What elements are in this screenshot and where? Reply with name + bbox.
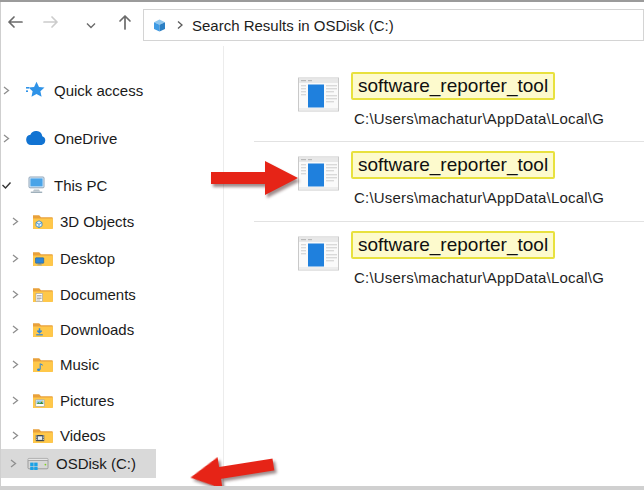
sidebar-item-music[interactable]: Music <box>1 352 223 376</box>
breadcrumb: Search Results in OSDisk (C:) <box>192 17 394 34</box>
application-icon[interactable] <box>297 76 340 113</box>
computer-icon <box>25 176 47 194</box>
sidebar-item-3d-objects[interactable]: 3D Objects <box>1 209 223 233</box>
sidebar-item-label: Quick access <box>54 82 143 99</box>
chevron-right-icon[interactable] <box>1 133 12 144</box>
forward-arrow-icon <box>42 15 60 33</box>
navigation-toolbar: Search Results in OSDisk (C:) <box>1 2 644 46</box>
recent-locations-button[interactable] <box>82 2 100 46</box>
folder-pictures-icon <box>31 391 53 409</box>
search-result[interactable]: software_reporter_toolC:\Users\machatur\… <box>224 72 644 142</box>
chevron-right-icon <box>176 20 184 30</box>
sidebar-item-osdisk-c[interactable]: OSDisk (C:) <box>1 449 156 478</box>
application-icon[interactable] <box>297 155 340 192</box>
forward-button[interactable] <box>37 2 65 46</box>
sidebar-item-label: Downloads <box>60 321 134 338</box>
file-explorer-window: Search Results in OSDisk (C:) Quick acce… <box>0 0 644 490</box>
sidebar-item-label: Documents <box>60 286 136 303</box>
up-arrow-icon <box>118 13 132 35</box>
sidebar-item-label: Pictures <box>60 392 114 409</box>
folder-music-icon <box>31 355 53 373</box>
chevron-right-icon[interactable] <box>10 216 21 227</box>
result-path: C:\Users\machatur\AppData\Local\G <box>354 110 604 127</box>
star-icon <box>25 81 47 99</box>
chevron-right-icon[interactable] <box>10 430 21 441</box>
chevron-right-icon[interactable] <box>1 85 12 96</box>
back-button[interactable] <box>1 2 29 46</box>
sidebar-item-onedrive[interactable]: OneDrive <box>1 126 223 150</box>
result-filename[interactable]: software_reporter_tool <box>351 231 555 259</box>
red-arrow-right-icon <box>203 155 303 201</box>
back-arrow-icon <box>6 15 24 33</box>
folder-desktop-icon <box>31 249 53 267</box>
sidebar-item-label: Desktop <box>60 250 115 267</box>
chevron-down-icon <box>86 15 96 33</box>
sidebar-item-label: 3D Objects <box>60 213 134 230</box>
sidebar-item-videos[interactable]: Videos <box>1 423 223 447</box>
result-separator <box>254 221 644 222</box>
sidebar-item-label: OneDrive <box>54 130 117 147</box>
address-bar[interactable]: Search Results in OSDisk (C:) <box>143 9 644 41</box>
navigation-pane: Quick accessOneDriveThis PC3D ObjectsDes… <box>1 46 223 486</box>
sidebar-item-documents[interactable]: Documents <box>1 282 223 306</box>
chevron-right-icon[interactable] <box>8 458 19 469</box>
sidebar-item-label: Videos <box>60 427 106 444</box>
sidebar-item-downloads[interactable]: Downloads <box>1 317 223 341</box>
folder-3d-icon <box>31 212 53 230</box>
results-pane: software_reporter_toolC:\Users\machatur\… <box>224 46 644 486</box>
result-separator <box>254 141 644 142</box>
sidebar-item-label: OSDisk (C:) <box>56 455 136 472</box>
chevron-right-icon[interactable] <box>10 253 21 264</box>
chevron-right-icon[interactable] <box>10 359 21 370</box>
sidebar-item-quick-access[interactable]: Quick access <box>1 78 223 102</box>
result-path: C:\Users\machatur\AppData\Local\G <box>354 189 604 206</box>
folder-videos-icon <box>31 426 53 444</box>
result-filename[interactable]: software_reporter_tool <box>351 72 555 100</box>
sidebar-item-label: Music <box>60 356 99 373</box>
folder-downloads-icon <box>31 320 53 338</box>
sidebar-item-label: This PC <box>54 177 107 194</box>
search-results-location-icon <box>151 17 168 34</box>
application-icon[interactable] <box>297 235 340 272</box>
chevron-right-icon[interactable] <box>10 289 21 300</box>
sidebar-item-pictures[interactable]: Pictures <box>1 388 223 412</box>
result-path: C:\Users\machatur\AppData\Local\G <box>354 269 604 286</box>
up-button[interactable] <box>111 2 139 46</box>
cloud-icon <box>25 129 47 147</box>
folder-documents-icon <box>31 285 53 303</box>
sidebar-item-this-pc[interactable]: This PC <box>1 173 223 197</box>
chevron-down-icon[interactable] <box>1 180 12 191</box>
drive-icon <box>27 455 49 473</box>
search-result[interactable]: software_reporter_toolC:\Users\machatur\… <box>224 231 644 301</box>
sidebar-item-desktop[interactable]: Desktop <box>1 246 223 270</box>
horizontal-scrollbar[interactable] <box>0 486 644 490</box>
chevron-right-icon[interactable] <box>10 395 21 406</box>
chevron-right-icon[interactable] <box>10 324 21 335</box>
result-filename[interactable]: software_reporter_tool <box>351 151 555 179</box>
